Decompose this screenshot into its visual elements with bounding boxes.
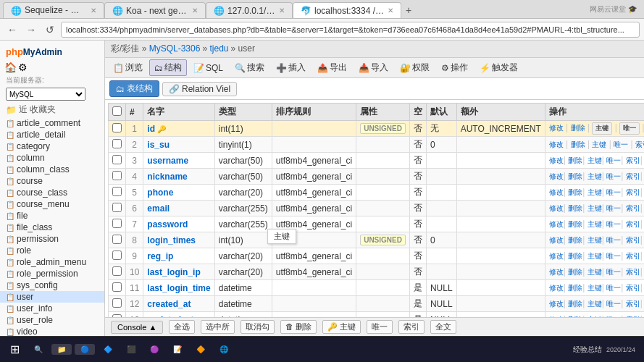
action-primary[interactable]: 主键 [587,236,602,244]
sidebar-tree-item[interactable]: 📋 article_comment [0,117,104,129]
row-checkbox[interactable] [112,155,122,164]
action-modify[interactable]: 修改 [549,252,564,260]
action-delete[interactable]: 删除 [571,124,585,132]
tool-sql[interactable]: 📝 SQL [188,61,228,75]
console-button[interactable]: Console ▲ [111,321,163,334]
action-unique[interactable]: 唯一 [606,220,621,228]
tool-export[interactable]: 📤 导出 [312,59,352,76]
tool-structure[interactable]: 🗂 结构 [149,59,187,76]
action-modify[interactable]: 修改 [549,316,564,317]
tool-trigger[interactable]: ⚡ 触发器 [474,59,523,76]
action-index[interactable]: 索引 [626,220,640,228]
col-name-created-at[interactable]: created_at [147,299,191,309]
action-unique[interactable]: 唯一 [606,172,621,180]
start-button[interactable]: ⊞ [4,341,25,358]
action-index[interactable]: 索引 [635,140,644,148]
breadcrumb-schema[interactable]: tjedu [209,43,228,54]
action-modify[interactable]: 修改 [549,188,564,196]
tool-search[interactable]: 🔍 搜索 [230,59,269,76]
select-all-checkbox[interactable] [112,106,122,116]
nav-forward[interactable]: → [23,22,39,38]
col-name[interactable]: username [147,156,188,166]
row-checkbox[interactable] [112,282,122,292]
action-unique[interactable]: 唯一 [606,316,621,317]
row-checkbox[interactable] [112,219,122,228]
address-input[interactable] [61,22,640,38]
action-unique[interactable]: 唯一 [606,188,621,196]
sidebar-tree-item[interactable]: 📋 role_admin_menu [0,256,104,268]
action-modify[interactable]: 修改 [549,172,564,180]
action-index[interactable]: 索引 [626,172,640,180]
sidebar-tree-item[interactable]: 📋 column [0,152,104,164]
row-checkbox[interactable] [112,123,122,132]
col-name[interactable]: login_times [147,235,196,245]
tab-sequelize[interactable]: 🌐 Sequelize - 为企业规模和稳定应用而... ✕ [3,2,104,18]
action-primary[interactable]: 主键 [587,300,602,308]
sidebar-tree-item[interactable]: 📋 user_role [0,314,104,326]
action-modify[interactable]: 修改 [549,156,564,164]
action-unique[interactable]: 唯一 [606,156,621,164]
action-index[interactable]: 索引 [626,268,640,276]
action-primary[interactable]: 主键 [587,156,602,164]
action-index[interactable]: 索引 [626,300,640,308]
sidebar-tree-item[interactable]: 📋 video [0,326,104,336]
col-name-id[interactable]: id [147,124,155,134]
action-primary[interactable]: 主键 [587,220,602,228]
row-checkbox[interactable] [112,251,122,260]
action-modify[interactable]: 修改 [549,300,564,308]
tool-import[interactable]: 📥 导入 [354,59,393,76]
col-name[interactable]: password [147,219,188,230]
nav-refresh[interactable]: ↺ [42,22,58,38]
tab-koa[interactable]: 🌐 Koa - next generation web fram... ✕ [104,2,206,18]
action-delete[interactable]: 删除 [568,252,582,260]
breadcrumb-db[interactable]: MySQL-3306 [149,43,201,54]
action-unique[interactable]: 唯一 [606,204,621,212]
action-unique[interactable]: 唯一 [606,268,621,276]
action-primary[interactable]: 主键 [587,268,602,276]
action-modify[interactable]: 修改 [549,220,564,228]
action-primary[interactable]: 主键 [592,140,606,148]
taskbar-search[interactable]: 🔍 [28,344,49,355]
sidebar-tree-item[interactable]: 📋 permission [0,233,104,245]
action-index[interactable]: 索引 [626,316,640,317]
tab-table-structure[interactable]: 🗂 表结构 [109,80,159,97]
taskbar-notepad[interactable]: 📝 [167,344,188,355]
sidebar-tree-item[interactable]: 📋 course [0,175,104,187]
action-primary[interactable]: 主键 [587,284,602,292]
tab-close[interactable]: ✕ [192,7,198,14]
col-name[interactable]: last_login_ip [147,267,200,277]
sidebar-tree-item[interactable]: 📋 column_class [0,164,104,175]
action-primary[interactable]: 主键 [587,172,602,180]
action-delete[interactable]: 删除 [568,204,582,212]
action-delete[interactable]: 删除 [568,172,582,180]
primary-button[interactable]: 🔑 主键 [322,320,361,334]
action-modify[interactable]: 修改 [549,204,564,212]
row-checkbox[interactable] [112,298,122,308]
sidebar-tree-item[interactable]: 📋 article_detail [0,129,104,140]
action-primary[interactable]: 主键 [587,204,602,212]
tool-privilege[interactable]: 🔐 权限 [395,59,435,76]
action-delete[interactable]: 删除 [568,268,582,276]
col-name[interactable]: phone [147,188,173,198]
taskbar-chrome[interactable]: 🔵 [75,344,95,355]
col-name[interactable]: reg_ip [147,251,173,261]
col-name[interactable]: is_su [147,140,170,150]
action-index[interactable]: 索引 [626,188,640,196]
recent-label[interactable]: 📁 近 收藏夹 [0,102,104,117]
action-delete[interactable]: 删除 [571,140,585,148]
tool-insert[interactable]: ➕ 插入 [271,59,311,76]
sidebar-tree-item[interactable]: 📋 role_permission [0,268,104,279]
tab-close[interactable]: ✕ [91,7,96,14]
index-button[interactable]: 索引 [398,320,425,334]
tool-operation[interactable]: ⚙ 操作 [436,59,473,76]
tab-api[interactable]: 🌐 127.0.0.1/api/post ✕ [206,2,293,18]
unselect-button[interactable]: 取消勾 [241,320,275,334]
action-index[interactable]: 索引 [626,252,640,260]
sidebar-tree-item[interactable]: 📋 user_info [0,303,104,314]
action-delete[interactable]: 删除 [568,316,582,317]
delete-button[interactable]: 🗑 删除 [280,320,317,334]
action-primary[interactable]: 主键 [587,252,602,260]
row-checkbox[interactable] [112,139,122,148]
taskbar-terminal[interactable]: ⬛ [121,344,141,355]
sidebar-tree-item[interactable]: 📋 role [0,245,104,256]
